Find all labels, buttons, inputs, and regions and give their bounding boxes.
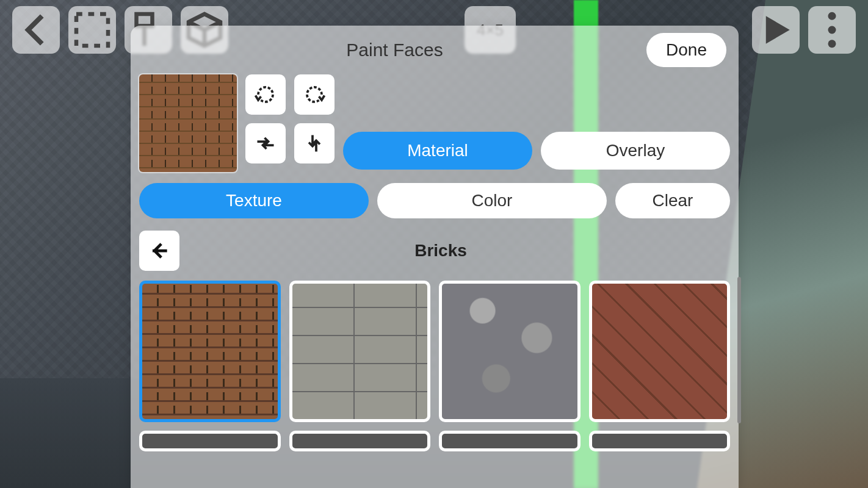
tab-color[interactable]: Color [377, 183, 607, 218]
clear-button[interactable]: Clear [615, 183, 730, 218]
texture-preview [139, 74, 237, 172]
svg-point-3 [828, 40, 836, 48]
category-back-button[interactable] [139, 231, 179, 271]
svg-point-2 [828, 26, 836, 34]
scrollbar[interactable] [737, 277, 741, 423]
rotate-ccw-button[interactable] [245, 74, 286, 115]
toolbar-back-button[interactable] [12, 6, 60, 54]
rotate-cw-button[interactable] [294, 74, 335, 115]
texture-swatch[interactable] [589, 431, 731, 451]
texture-swatch-block-gray[interactable] [289, 281, 431, 422]
flip-vertical-button[interactable] [294, 123, 335, 163]
toolbar-select-button[interactable] [68, 6, 116, 54]
flip-horizontal-button[interactable] [245, 123, 286, 163]
texture-swatch-brick-dark[interactable] [589, 281, 731, 422]
tab-overlay[interactable]: Overlay [541, 132, 730, 170]
texture-swatch-stone[interactable] [439, 281, 580, 422]
svg-rect-0 [76, 14, 108, 46]
done-button[interactable]: Done [646, 33, 726, 67]
texture-swatch[interactable] [439, 431, 580, 451]
svg-point-1 [828, 12, 836, 20]
texture-swatch[interactable] [139, 431, 281, 451]
texture-swatch-brick-red[interactable] [139, 281, 281, 422]
tab-texture[interactable]: Texture [139, 183, 369, 218]
texture-swatch[interactable] [289, 431, 431, 451]
more-menu-button[interactable] [808, 6, 856, 54]
category-title: Bricks [192, 241, 690, 260]
texture-grid [131, 277, 739, 422]
paint-faces-dialog: Paint Faces Done Material Overlay Textur… [131, 26, 739, 488]
dialog-title: Paint Faces [143, 40, 646, 60]
tab-material[interactable]: Material [343, 132, 532, 170]
play-button[interactable] [752, 6, 800, 54]
